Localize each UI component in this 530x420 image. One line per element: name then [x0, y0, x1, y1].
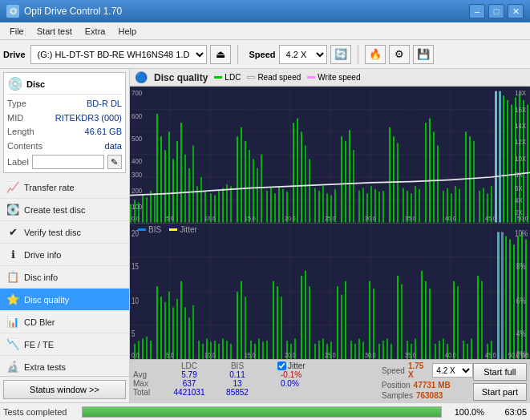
- svg-text:10.0: 10.0: [204, 215, 216, 223]
- disc-length-value: 46.61 GB: [85, 125, 122, 139]
- disc-label-label: Label: [7, 157, 29, 167]
- max-jitter: 0.0%: [277, 379, 374, 388]
- svg-text:40.0: 40.0: [445, 351, 456, 359]
- title-bar: 💿 Opti Drive Control 1.70 – □ ✕: [0, 0, 530, 22]
- svg-rect-79: [382, 191, 384, 223]
- svg-rect-220: [429, 288, 431, 359]
- svg-rect-203: [350, 341, 352, 359]
- svg-rect-231: [481, 281, 483, 359]
- svg-rect-55: [278, 186, 280, 222]
- svg-rect-44: [230, 186, 232, 222]
- svg-text:10X: 10X: [515, 154, 527, 163]
- start-full-button[interactable]: Start full: [473, 363, 527, 381]
- sidebar-nav: 📈 Transfer rate 💽 Create test disc ✔ Ver…: [0, 176, 129, 376]
- svg-rect-92: [443, 191, 444, 223]
- disc-label-row: Label ✎: [7, 155, 122, 169]
- disc-label-input[interactable]: [32, 155, 104, 169]
- svg-rect-174: [218, 343, 220, 359]
- disc-quality-icon: ⭐: [6, 293, 19, 305]
- status-window-button[interactable]: Status window >>: [3, 380, 126, 399]
- svg-rect-91: [437, 145, 439, 222]
- svg-rect-227: [463, 341, 464, 359]
- close-button[interactable]: ✕: [508, 4, 524, 18]
- legend-jitter-dot: [169, 228, 177, 231]
- refresh-button[interactable]: 🔄: [330, 45, 351, 64]
- svg-rect-157: [146, 336, 148, 359]
- svg-rect-31: [176, 141, 178, 223]
- stats-bar: LDC BIS Jitter Avg 5.79 0.11 -0.1%: [130, 359, 530, 402]
- svg-text:8%: 8%: [516, 262, 526, 271]
- svg-rect-45: [237, 136, 238, 222]
- settings-button[interactable]: ⚙: [389, 45, 410, 64]
- svg-text:16X: 16X: [515, 105, 527, 114]
- jitter-checkbox[interactable]: [277, 361, 286, 370]
- disc-length-row: Length 46.61 GB: [7, 125, 122, 139]
- svg-rect-186: [273, 281, 274, 359]
- sidebar-item-verify-test-disc[interactable]: ✔ Verify test disc: [0, 221, 129, 244]
- svg-rect-212: [390, 343, 392, 359]
- svg-rect-236: [505, 236, 507, 359]
- svg-text:0.0: 0.0: [131, 351, 140, 359]
- svg-text:4%: 4%: [516, 329, 526, 337]
- svg-rect-50: [257, 168, 258, 223]
- save-button[interactable]: 💾: [413, 45, 434, 64]
- menu-help[interactable]: Help: [111, 25, 143, 38]
- svg-rect-34: [188, 168, 190, 223]
- svg-rect-230: [477, 276, 479, 359]
- svg-rect-42: [222, 188, 224, 223]
- svg-rect-27: [160, 136, 162, 222]
- sidebar-item-disc-info-label: Disc info: [24, 273, 58, 282]
- drive-select[interactable]: (G:) HL-DT-ST BD-RE WH16NS48 1.D3: [30, 45, 207, 64]
- svg-rect-28: [164, 150, 166, 222]
- max-ldc: 637: [165, 379, 213, 388]
- menu-start-test[interactable]: Start test: [30, 25, 79, 38]
- svg-rect-160: [160, 297, 162, 359]
- svg-text:100: 100: [131, 202, 143, 211]
- svg-rect-165: [180, 281, 182, 359]
- start-part-button[interactable]: Start part: [473, 383, 527, 401]
- sidebar: 💿 Disc Type BD-R DL MID RITEKDR3 (000) L…: [0, 69, 130, 402]
- svg-text:0.0: 0.0: [131, 215, 140, 223]
- progress-area: Tests completed 100.0% 63:05: [0, 402, 530, 420]
- sidebar-item-disc-info[interactable]: 📋 Disc info: [0, 266, 129, 289]
- disc-contents-label: Contents: [7, 139, 42, 154]
- svg-rect-177: [230, 343, 232, 359]
- svg-text:15: 15: [131, 262, 139, 271]
- disc-label-edit-button[interactable]: ✎: [107, 155, 122, 169]
- svg-rect-169: [198, 341, 200, 359]
- sidebar-item-disc-quality[interactable]: ⭐ Disc quality: [0, 289, 129, 311]
- sidebar-item-cd-bler[interactable]: 📊 CD Bler: [0, 311, 129, 333]
- eject-button[interactable]: ⏏: [210, 45, 231, 64]
- minimize-button[interactable]: –: [469, 4, 485, 18]
- svg-rect-24: [150, 191, 152, 223]
- sidebar-item-create-test-disc[interactable]: 💽 Create test disc: [0, 199, 129, 221]
- sidebar-item-fe-te[interactable]: 📉 FE / TE: [0, 333, 129, 356]
- speed-stat-select[interactable]: 4.2 X: [432, 363, 472, 378]
- progress-bar-fill: [83, 407, 441, 417]
- svg-rect-107: [507, 100, 508, 223]
- menu-extra[interactable]: Extra: [79, 25, 112, 38]
- speed-select[interactable]: 4.2 X: [279, 45, 327, 64]
- samples-label: Samples: [382, 391, 413, 400]
- sidebar-item-extra-tests-label: Extra tests: [24, 362, 66, 372]
- svg-text:4X: 4X: [515, 196, 523, 204]
- disc-type-label: Type: [7, 97, 26, 111]
- menu-file[interactable]: File: [3, 25, 30, 38]
- content-area: 🔵 Disc quality LDC Read speed Write spee…: [130, 69, 530, 402]
- svg-text:700: 700: [131, 89, 143, 98]
- sidebar-item-extra-tests[interactable]: 🔬 Extra tests: [0, 356, 129, 376]
- verify-test-disc-icon: ✔: [6, 226, 19, 238]
- svg-rect-175: [222, 338, 224, 359]
- sidebar-item-drive-info[interactable]: ℹ Drive info: [0, 244, 129, 266]
- svg-rect-193: [305, 270, 306, 359]
- sidebar-item-transfer-rate[interactable]: 📈 Transfer rate: [0, 176, 129, 199]
- maximize-button[interactable]: □: [488, 4, 504, 18]
- svg-rect-240: [521, 232, 523, 359]
- position-row: Position 47731 MB: [382, 381, 473, 390]
- svg-rect-214: [401, 284, 403, 359]
- legend-write-speed-dot: [307, 76, 315, 79]
- toolbar: Drive (G:) HL-DT-ST BD-RE WH16NS48 1.D3 …: [0, 40, 530, 69]
- burn-button[interactable]: 🔥: [365, 45, 386, 64]
- svg-rect-168: [192, 305, 194, 359]
- svg-rect-41: [218, 191, 220, 223]
